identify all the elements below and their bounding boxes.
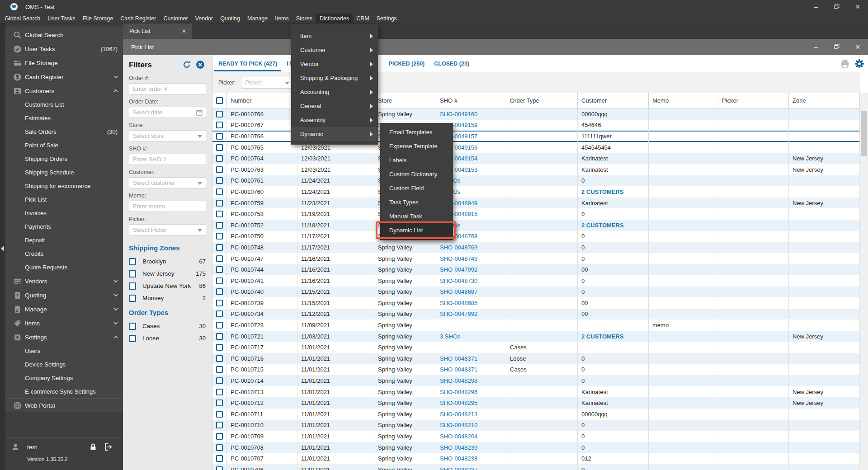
sho-link[interactable]: SHO-0048296 <box>440 389 477 395</box>
row-checkbox[interactable] <box>216 244 223 251</box>
table-row[interactable]: PC-001070711/01/2021Spring ValleySHO-004… <box>212 453 860 464</box>
filter-option-monsey[interactable]: Monsey2 <box>123 292 212 304</box>
sho-link[interactable]: SHO-0048238 <box>440 455 477 462</box>
sidebar-item-user-tasks[interactable]: User Tasks(1067) <box>5 42 123 56</box>
menu-item-shipping-packaging[interactable]: Shipping & Packaging <box>291 71 378 85</box>
sho-link[interactable]: SHO-0048687 <box>440 288 477 295</box>
menubar-item-dictionaries[interactable]: Dictionaries <box>316 14 353 23</box>
menubar-item-crm[interactable]: CRM <box>353 14 373 23</box>
menubar-item-settings[interactable]: Settings <box>373 14 401 23</box>
sidebar-item-cash-register[interactable]: $Cash Register <box>5 70 123 84</box>
table-row[interactable]: PC-001075811/19/2021Spring ValleySHO-004… <box>212 208 860 220</box>
sidebar-item-shipping-schedule[interactable]: Shipping Schedule <box>5 165 123 179</box>
row-checkbox[interactable] <box>216 400 223 406</box>
sidebar-item-sale-orders[interactable]: Sale Orders(30) <box>5 125 123 138</box>
sidebar-item-pick-list[interactable]: Pick List <box>5 193 123 206</box>
row-checkbox[interactable] <box>216 166 223 173</box>
table-row[interactable]: PC-001070611/01/2021Spring ValleySHO-004… <box>212 464 860 470</box>
table-row[interactable]: PC-001071511/01/2021Spring ValleySHO-004… <box>212 364 860 376</box>
sidebar-item-quoting[interactable]: ?Quoting <box>5 288 123 302</box>
filter-option-cases[interactable]: Cases30 <box>123 320 212 332</box>
row-checkbox[interactable] <box>216 211 223 217</box>
print-icon[interactable] <box>840 59 850 69</box>
sho-number-input[interactable] <box>129 154 206 165</box>
menubar-item-file-storage[interactable]: File Storage <box>79 14 117 23</box>
row-checkbox[interactable] <box>216 133 223 140</box>
row-checkbox[interactable] <box>216 455 223 462</box>
select-all-checkbox[interactable] <box>216 97 223 104</box>
new-jersey-checkbox[interactable] <box>129 270 136 277</box>
sidebar-item-customers-list[interactable]: Customers List <box>5 98 123 111</box>
customers-link[interactable]: 2 CUSTOMERS <box>581 188 624 195</box>
sho-link[interactable]: SHO-0049160 <box>440 111 477 118</box>
table-row[interactable]: PC-001070811/01/2021Spring ValleySHO-004… <box>212 442 860 453</box>
column-header-zone[interactable]: Zone <box>789 93 860 108</box>
sho-link[interactable]: 3 SHOs <box>440 333 461 340</box>
inner-minimize-icon[interactable]: – <box>806 43 826 51</box>
menubar-item-quoting[interactable]: Quoting <box>217 14 244 23</box>
submenu-item-expense-template[interactable]: Expense Template <box>380 139 453 153</box>
row-checkbox[interactable] <box>216 444 223 451</box>
order-number-input[interactable] <box>129 83 206 94</box>
customers-link[interactable]: 2 CUSTOMERS <box>581 333 624 340</box>
menubar-item-vendor[interactable]: Vendor <box>192 14 217 23</box>
sidebar-item-vendors[interactable]: Vendors <box>5 274 123 288</box>
table-row[interactable]: PC-001074011/15/2021Spring ValleySHO-004… <box>212 287 860 298</box>
table-row[interactable]: PC-001071111/01/2021Spring ValleySHO-004… <box>212 409 860 420</box>
column-header-picker[interactable]: Picker <box>718 93 789 108</box>
menubar-item-user-tasks[interactable]: User Tasks <box>44 14 79 23</box>
close-icon[interactable]: ✕ <box>847 3 868 10</box>
sho-link[interactable]: SHO-0048749 <box>440 255 477 262</box>
lock-icon[interactable] <box>89 442 98 451</box>
sidebar-item-point-of-sale[interactable]: Point of Sale <box>5 138 123 152</box>
grid-settings-gear-icon[interactable] <box>854 59 864 69</box>
table-row[interactable]: PC-001073911/15/2021Spring ValleySHO-004… <box>212 297 860 309</box>
table-row[interactable]: PC-001076312/03/2021Spring ValleySHO-004… <box>212 164 860 175</box>
sidebar-item-customers[interactable]: Customers <box>5 84 123 98</box>
collapse-arrow-icon[interactable] <box>1 246 4 251</box>
submenu-item-email-templates[interactable]: Email Templates <box>380 125 453 139</box>
row-checkbox[interactable] <box>216 344 223 351</box>
table-row[interactable]: PC-001071011/01/2021Spring ValleySHO-004… <box>212 420 860 431</box>
row-checkbox[interactable] <box>216 333 223 340</box>
row-checkbox[interactable] <box>216 222 223 229</box>
table-row[interactable]: PC-001071211/01/2021Spring ValleySHO-004… <box>212 397 860 409</box>
menu-item-general[interactable]: General <box>291 99 378 113</box>
column-header-number[interactable]: Number <box>227 93 297 108</box>
sho-link[interactable]: SHO-0048239 <box>440 444 477 451</box>
table-row[interactable]: PC-001075011/17/2021Spring ValleySHO-004… <box>212 231 860 242</box>
sidebar-item-quote-requests[interactable]: Quote Requests <box>5 260 123 274</box>
row-checkbox[interactable] <box>216 155 223 162</box>
sho-link[interactable]: SHO-0048730 <box>440 277 477 284</box>
sidebar-item-global-search[interactable]: Global Search <box>5 28 123 42</box>
row-checkbox[interactable] <box>216 466 223 470</box>
table-row[interactable]: PC-001072811/09/2021Spring Valleymemo <box>212 320 860 331</box>
menubar-item-global-search[interactable]: Global Search <box>1 14 44 23</box>
sidebar-item-file-storage[interactable]: File Storage <box>5 56 123 70</box>
memo-field[interactable] <box>133 203 202 210</box>
row-checkbox[interactable] <box>216 188 223 195</box>
sidebar-collapse-rail[interactable] <box>0 24 5 470</box>
sho-link[interactable]: SHO-0048210 <box>440 422 477 428</box>
sidebar-item-invoices[interactable]: Invoices <box>5 206 123 220</box>
row-checkbox[interactable] <box>216 422 223 428</box>
sidebar-item-credits[interactable]: Credits <box>5 247 123 260</box>
table-row[interactable]: PC-001070911/01/2021Spring ValleySHO-004… <box>212 431 860 442</box>
clear-filters-icon[interactable] <box>196 60 205 69</box>
customer-input[interactable]: Select customer <box>129 177 206 188</box>
filter-option-loose[interactable]: Loose30 <box>123 332 212 344</box>
table-row[interactable]: PC-001075211/18/2021Spring Valley3 SHOs2… <box>212 220 860 231</box>
submenu-item-custom-dictionary[interactable]: Custom Dictionary <box>380 167 453 181</box>
submenu-item-custom-field[interactable]: Custom Field <box>380 181 453 195</box>
table-row[interactable]: PC-001071711/01/2021Spring ValleyCases <box>212 342 860 353</box>
row-checkbox[interactable] <box>216 288 223 295</box>
menubar-item-stores[interactable]: Stores <box>292 14 316 23</box>
sho-link[interactable]: SHO-0047992 <box>440 266 477 273</box>
table-row[interactable]: PC-001072111/03/2021Spring Valley3 SHOs2… <box>212 331 860 342</box>
minimize-icon[interactable]: – <box>806 3 826 10</box>
menu-item-dynamic[interactable]: Dynamic <box>291 127 378 141</box>
row-checkbox[interactable] <box>216 266 223 273</box>
sidebar-item-deposit[interactable]: Deposit <box>5 233 123 247</box>
sho-link[interactable]: SHO-0048204 <box>440 433 477 440</box>
filter-option-upstate-new-york[interactable]: Upstate New York86 <box>123 280 212 292</box>
